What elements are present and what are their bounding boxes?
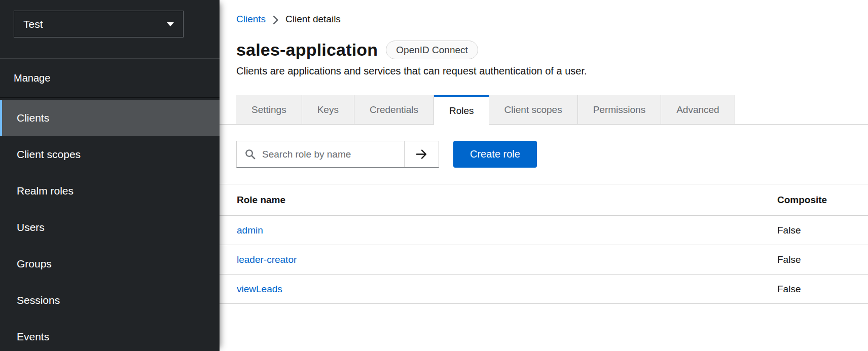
breadcrumb-link-clients[interactable]: Clients (236, 14, 266, 25)
sidebar-item[interactable]: Client scopes (0, 136, 220, 173)
search-box (237, 141, 404, 167)
sidebar-section-label: Manage (0, 59, 220, 98)
roles-toolbar: Create role (236, 141, 868, 168)
role-name-link[interactable]: leader-creator (237, 254, 297, 265)
client-type-badge: OpenID Connect (386, 41, 478, 59)
sidebar: Test Manage Clients Client scopes Realm … (0, 0, 220, 351)
composite-value: False (777, 254, 868, 265)
sidebar-item-label: Client scopes (17, 148, 81, 161)
table-header-row: Role name Composite (220, 184, 868, 216)
table-body: admin False leader-creator False v (220, 216, 868, 304)
sidebar-item-label: Sessions (17, 294, 60, 306)
tab-label: Client scopes (504, 104, 562, 115)
sidebar-item-label: Users (17, 221, 45, 233)
tab[interactable]: Client scopes (489, 95, 578, 124)
caret-down-icon (167, 22, 174, 26)
search-input[interactable] (262, 141, 404, 167)
tab[interactable]: Roles (434, 95, 489, 125)
sidebar-item-label: Realm roles (17, 185, 74, 197)
roles-table: Role name Composite admin False leader-c… (220, 184, 868, 304)
table-row: admin False (220, 216, 868, 245)
tab-label: Credentials (370, 104, 418, 115)
tab[interactable]: Keys (302, 95, 354, 124)
sidebar-item-label: Events (17, 331, 49, 343)
tab[interactable]: Credentials (354, 95, 434, 124)
tab-label: Permissions (593, 104, 645, 115)
create-role-button[interactable]: Create role (453, 141, 537, 168)
composite-value: False (777, 225, 868, 236)
column-header-composite: Composite (777, 194, 868, 206)
arrow-right-icon (415, 147, 428, 161)
page-title: sales-application (236, 40, 378, 60)
sidebar-item[interactable]: Users (0, 209, 220, 246)
tab-label: Roles (449, 105, 474, 116)
sidebar-item[interactable]: Clients (0, 100, 220, 136)
tab-label: Advanced (676, 104, 719, 115)
sidebar-nav: Clients Client scopes Realm roles Users … (0, 98, 220, 351)
search-icon (244, 148, 256, 160)
search-group (236, 141, 439, 168)
sidebar-item[interactable]: Realm roles (0, 173, 220, 209)
table-row: viewLeads False (220, 275, 868, 304)
table-row: leader-creator False (220, 245, 868, 275)
main-content: Clients Client details sales-application… (220, 0, 868, 351)
realm-selector-value: Test (23, 18, 43, 30)
search-submit-button[interactable] (404, 141, 439, 167)
breadcrumb: Clients Client details (220, 0, 868, 25)
client-tabs: Settings Keys Credentials Roles Client s… (220, 95, 868, 125)
role-name-link[interactable]: viewLeads (237, 284, 282, 294)
page-description: Clients are applications and services th… (236, 65, 868, 77)
realm-selector-area: Test (0, 11, 220, 59)
chevron-right-icon (273, 16, 278, 24)
sidebar-item[interactable]: Groups (0, 246, 220, 282)
tab[interactable]: Advanced (661, 95, 735, 124)
realm-selector-dropdown[interactable]: Test (14, 11, 184, 37)
role-name-link[interactable]: admin (237, 225, 263, 236)
tab-label: Settings (251, 104, 286, 115)
composite-value: False (777, 284, 868, 295)
app-window: Test Manage Clients Client scopes Realm … (0, 0, 868, 351)
tab[interactable]: Permissions (578, 95, 661, 124)
tab[interactable]: Settings (236, 95, 302, 124)
sidebar-item[interactable]: Sessions (0, 282, 220, 319)
sidebar-item-label: Clients (17, 112, 49, 124)
tab-label: Keys (317, 104, 339, 115)
page-header: sales-application OpenID Connect Clients… (220, 40, 868, 77)
sidebar-item-label: Groups (17, 258, 52, 270)
sidebar-item[interactable]: Events (0, 319, 220, 351)
column-header-role-name: Role name (220, 194, 777, 206)
breadcrumb-current: Client details (285, 14, 341, 25)
